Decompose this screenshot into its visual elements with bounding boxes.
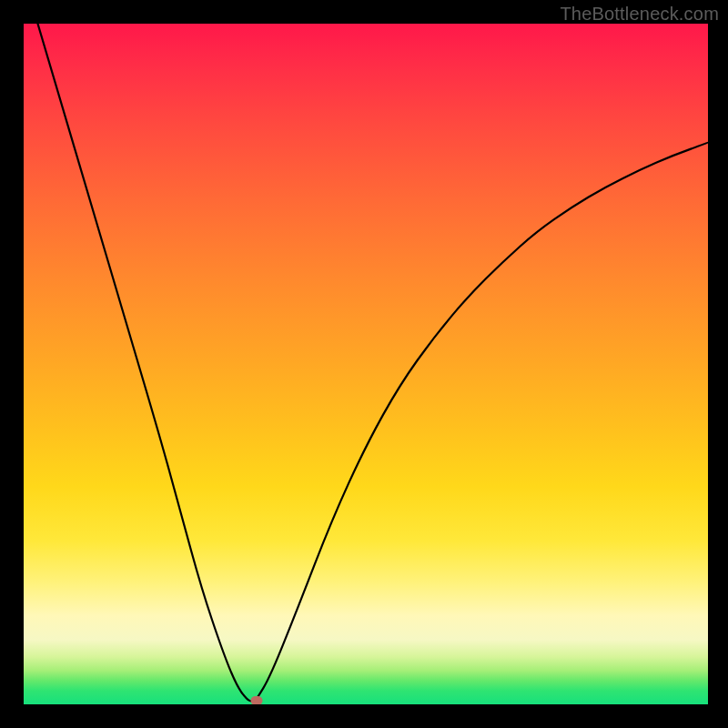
plot-area <box>24 24 708 704</box>
watermark-text: TheBottleneck.com <box>560 4 719 25</box>
optimal-point-marker <box>250 696 262 704</box>
bottleneck-curve <box>24 24 708 704</box>
chart-frame: TheBottleneck.com <box>0 0 728 728</box>
